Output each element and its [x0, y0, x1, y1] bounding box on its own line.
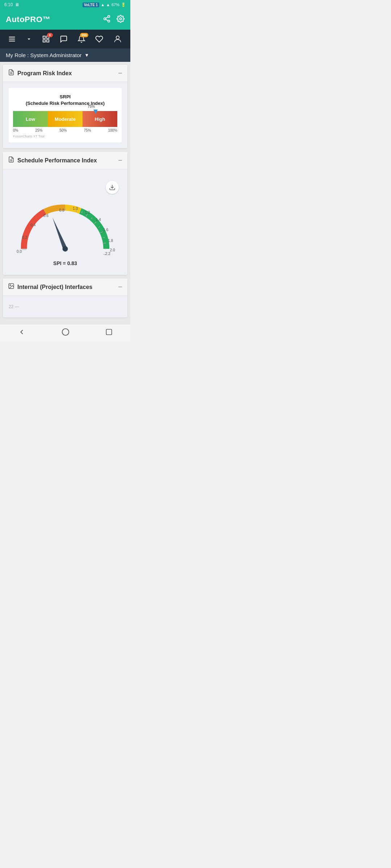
menu-button[interactable] — [5, 34, 19, 44]
internal-project-interfaces-card: Internal (Project) Interfaces − 22 — — [3, 278, 127, 318]
svg-text:1.2: 1.2 — [85, 210, 90, 214]
srpi-low-segment: Low — [13, 111, 48, 127]
nav-bar: 0 996 — [0, 30, 130, 48]
svg-rect-9 — [43, 36, 45, 38]
svg-text:0.0: 0.0 — [17, 250, 22, 254]
carrier-label: VoLTE 1 — [83, 3, 100, 7]
dropdown-button[interactable] — [23, 34, 35, 44]
app-title: AutoPRO™ — [6, 15, 51, 24]
status-time: 6:10 — [4, 2, 13, 7]
srpi-high-segment: High — [83, 111, 117, 127]
spi-download-button[interactable] — [106, 181, 119, 194]
status-left: 6:10 🖥 — [4, 2, 19, 7]
wifi-icon: ▲ — [101, 3, 105, 7]
svg-point-59 — [10, 285, 10, 286]
svg-rect-12 — [43, 40, 45, 42]
battery-icon: 🔋 — [121, 3, 126, 7]
svg-rect-11 — [47, 40, 49, 42]
svg-point-60 — [62, 329, 69, 335]
bell-badge: 996 — [80, 33, 88, 37]
srpi-title: SRPI (Schedule Risk Performance Index) — [13, 94, 117, 107]
svg-text:2.2: 2.2 — [105, 252, 111, 256]
svg-text:1.8: 1.8 — [108, 239, 113, 243]
back-button[interactable] — [9, 325, 34, 341]
svg-text:0.4: 0.4 — [30, 224, 36, 227]
home-button[interactable] — [53, 325, 78, 341]
svg-point-5 — [119, 18, 122, 20]
spi-gauge-container: 0.0 0.2 0.4 0.6 0.8 1.0 1. — [9, 175, 122, 269]
program-risk-index-header: Program Risk Index − — [3, 65, 127, 82]
role-bar[interactable]: My Role : System Administrator ▼ — [0, 48, 130, 62]
internal-project-interfaces-header: Internal (Project) Interfaces − — [3, 278, 127, 296]
settings-icon[interactable] — [117, 15, 125, 25]
role-label: My Role : System Administrator — [6, 52, 81, 58]
battery-label: 67% — [112, 3, 119, 7]
srpi-chart-wrap: 75% Low Moderate High 0% 25% 50% 75% 100… — [13, 111, 117, 132]
program-risk-index-collapse[interactable]: − — [118, 69, 122, 77]
chat-button[interactable] — [57, 34, 71, 44]
content-area: Program Risk Index − SRPI (Schedule Risk… — [0, 62, 130, 324]
srpi-bar: Low Moderate High — [13, 111, 117, 127]
status-bar: 6:10 🖥 VoLTE 1 ▲ ▲ 67% 🔋 — [0, 0, 130, 9]
header-icons — [103, 15, 125, 25]
signal-icon: ▲ — [106, 3, 110, 7]
heart-button[interactable] — [92, 34, 106, 44]
stack-button[interactable]: 0 — [39, 34, 53, 44]
schedule-performance-index-card: Schedule Performance Index − — [3, 152, 127, 275]
bottom-nav — [0, 324, 130, 341]
document-icon-2 — [8, 156, 14, 165]
avatar-button[interactable] — [110, 33, 125, 45]
internal-interfaces-body: 22 — — [3, 296, 127, 318]
schedule-performance-index-body: 0.0 0.2 0.4 0.6 0.8 1.0 1. — [3, 169, 127, 275]
app-header: AutoPRO™ — [0, 9, 130, 30]
status-right: VoLTE 1 ▲ ▲ 67% 🔋 — [83, 3, 126, 7]
stack-badge: 0 — [47, 33, 53, 37]
srpi-watermark: FusionCharts XT Trial — [13, 135, 117, 138]
svg-text:0.8: 0.8 — [59, 209, 65, 213]
svg-point-13 — [116, 36, 119, 39]
gauge-wrap: 0.0 0.2 0.4 0.6 0.8 1.0 1. — [12, 198, 119, 266]
spi-needle — [50, 217, 69, 252]
program-risk-index-card: Program Risk Index − SRPI (Schedule Risk… — [3, 65, 127, 148]
svg-line-4 — [106, 17, 108, 18]
srpi-moderate-segment: Moderate — [48, 111, 83, 127]
internal-interfaces-collapse[interactable]: − — [118, 283, 122, 291]
svg-line-3 — [106, 19, 108, 21]
program-risk-index-title: Program Risk Index — [8, 69, 72, 77]
spi-value-label: SPI = 0.83 — [53, 260, 77, 266]
svg-text:1.4: 1.4 — [96, 218, 101, 222]
share-icon[interactable] — [103, 15, 111, 25]
gauge-svg: 0.0 0.2 0.4 0.6 0.8 1.0 1. — [14, 198, 116, 259]
document-icon — [8, 69, 14, 77]
schedule-performance-index-header: Schedule Performance Index − — [3, 152, 127, 169]
srpi-axis-labels: 0% 25% 50% 75% 100% — [13, 128, 117, 132]
image-icon — [8, 283, 14, 291]
screen-icon: 🖥 — [15, 2, 19, 7]
svg-text:0.2: 0.2 — [22, 235, 28, 239]
svg-marker-56 — [51, 217, 67, 248]
srpi-chart: SRPI (Schedule Risk Performance Index) 7… — [9, 88, 122, 142]
recent-apps-button[interactable] — [97, 326, 121, 340]
bell-button[interactable]: 996 — [75, 34, 88, 44]
svg-text:1.6: 1.6 — [103, 228, 109, 232]
schedule-performance-index-title: Schedule Performance Index — [8, 156, 97, 165]
internal-project-interfaces-title: Internal (Project) Interfaces — [8, 283, 92, 291]
role-dropdown-arrow[interactable]: ▼ — [84, 52, 89, 58]
svg-rect-61 — [106, 329, 112, 335]
svg-text:2.0: 2.0 — [110, 248, 115, 252]
svg-text:1.0: 1.0 — [73, 207, 78, 210]
schedule-performance-index-collapse[interactable]: − — [118, 156, 122, 165]
program-risk-index-body: SRPI (Schedule Risk Performance Index) 7… — [3, 82, 127, 148]
srpi-marker-label: 75% — [88, 105, 95, 109]
svg-text:0.6: 0.6 — [43, 214, 49, 218]
svg-line-43 — [71, 208, 71, 210]
